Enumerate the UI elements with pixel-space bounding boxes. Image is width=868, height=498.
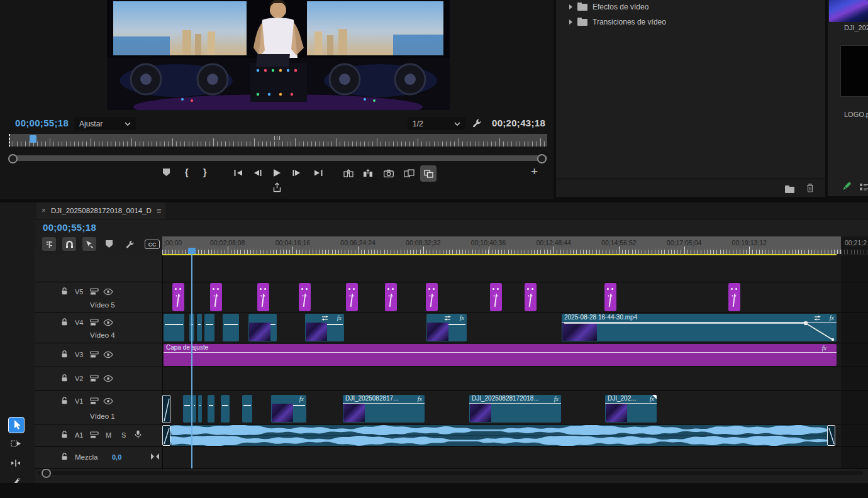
add-marker-button-timeline[interactable] (106, 240, 113, 248)
track-lock-icon[interactable] (60, 318, 69, 326)
video-clip-v1[interactable] (208, 395, 214, 423)
effects-folder-video-transitions[interactable]: Transiciones de vídeo (556, 15, 825, 29)
add-marker-button[interactable] (163, 169, 170, 176)
linked-selection-button[interactable] (82, 237, 96, 251)
track-visibility-eye-icon[interactable] (103, 289, 113, 295)
track-lock-icon[interactable] (60, 453, 69, 461)
play-button[interactable] (273, 169, 281, 177)
graphic-clip[interactable] (210, 283, 222, 311)
voiceover-mic-icon[interactable] (135, 430, 142, 439)
video-clip-v4[interactable]: fx (305, 314, 344, 341)
snap-button[interactable] (62, 237, 76, 251)
mark-out-button[interactable]: } (203, 167, 206, 177)
graphic-clip[interactable] (604, 283, 616, 311)
effects-folder-video-effects[interactable]: Efectos de vídeo (556, 0, 825, 14)
go-to-out-button[interactable] (314, 169, 323, 177)
video-clip-v1[interactable] (183, 395, 191, 423)
track-visibility-eye-icon[interactable] (103, 351, 113, 358)
graphic-clip[interactable] (385, 283, 397, 311)
collapse-icon[interactable] (151, 453, 159, 460)
video-clip-v4[interactable] (197, 314, 202, 341)
graphic-clip[interactable] (728, 283, 740, 311)
timeline-ruler[interactable]: ;00;0000;02;08;0800;04;16;1600;06;24;240… (162, 236, 868, 254)
source-patch-icon[interactable] (90, 431, 99, 438)
track-visibility-eye-icon[interactable] (103, 398, 113, 404)
delete-button[interactable] (806, 183, 814, 195)
export-button[interactable] (272, 182, 282, 192)
captions-button[interactable]: CC (145, 240, 160, 249)
multicam-view-button[interactable] (420, 165, 437, 182)
zoom-handle-left[interactable] (8, 154, 18, 163)
project-item-label[interactable]: LOGO.p (844, 111, 868, 118)
playback-resolution-dropdown[interactable]: 1/2 (408, 117, 465, 130)
nest-toggle-button[interactable] (42, 237, 56, 251)
video-clip-v1[interactable]: fx (271, 395, 306, 423)
video-clip-v1[interactable] (192, 395, 196, 423)
timeline-playhead-head[interactable] (188, 248, 196, 254)
video-clip-v4[interactable] (164, 314, 184, 341)
timeline-playhead-line[interactable] (191, 248, 192, 468)
video-clip-v1[interactable] (221, 395, 230, 423)
new-bin-button[interactable] (785, 184, 794, 196)
audio-fade-out-stub[interactable] (827, 425, 835, 446)
selection-tool[interactable] (8, 417, 25, 433)
track-lock-icon[interactable] (60, 287, 69, 296)
source-patch-icon[interactable] (90, 375, 99, 382)
mark-in-button[interactable]: { (185, 167, 188, 177)
chevron-right-icon[interactable] (569, 19, 572, 25)
step-back-button[interactable] (253, 169, 262, 177)
close-icon[interactable]: × (42, 206, 46, 215)
source-patch-icon[interactable] (90, 351, 99, 358)
project-item-thumbnail[interactable] (829, 0, 868, 22)
graphic-clip[interactable] (172, 283, 184, 311)
adjustment-layer-clip[interactable]: Capa de ajustefx (164, 344, 837, 366)
monitor-settings-wrench-icon[interactable] (472, 118, 482, 131)
zoom-grip-icon[interactable] (274, 136, 281, 140)
track-lock-icon[interactable] (60, 374, 69, 382)
audio-fade-in-stub[interactable] (162, 425, 170, 446)
program-playhead[interactable] (30, 135, 36, 143)
graphic-clip[interactable] (490, 283, 502, 311)
timeline-horizontal-scrollbar[interactable] (38, 471, 863, 475)
source-patch-icon[interactable] (90, 319, 99, 326)
list-view-button[interactable] (859, 182, 868, 194)
track-visibility-eye-icon[interactable] (103, 375, 113, 382)
master-volume-value[interactable]: 0,0 (112, 453, 121, 461)
track-select-forward-tool[interactable] (8, 436, 23, 451)
project-item-label[interactable]: DJI_202 (844, 24, 868, 31)
video-clip-v4[interactable]: fx (426, 314, 467, 341)
video-clip-v4[interactable] (248, 314, 277, 341)
panel-menu-icon[interactable]: ≡ (157, 206, 162, 216)
video-clip-v1[interactable]: DJI_20250828172018...fx (469, 395, 561, 423)
video-clip-v4[interactable] (204, 314, 214, 341)
video-clip-v1[interactable] (198, 395, 202, 423)
fit-dropdown[interactable]: Ajustar (74, 117, 136, 130)
edit-original-button[interactable] (842, 181, 852, 194)
lift-button[interactable] (343, 169, 353, 177)
timeline-current-timecode[interactable]: 00;00;55;18 (43, 222, 96, 233)
step-forward-button[interactable] (292, 169, 301, 177)
export-frame-button[interactable] (384, 169, 394, 177)
chevron-right-icon[interactable] (569, 4, 572, 9)
track-lock-icon[interactable] (60, 397, 69, 405)
graphic-clip[interactable] (257, 283, 269, 311)
source-patch-icon[interactable] (90, 288, 99, 295)
graphic-clip[interactable] (426, 283, 438, 311)
ripple-edit-tool[interactable] (8, 455, 23, 470)
timeline-settings-button[interactable] (125, 240, 135, 252)
video-clip-v4[interactable]: 2025-08-28 16-44-30.mp4fx (562, 314, 837, 341)
project-item-thumbnail[interactable] (840, 45, 868, 97)
timeline-tab[interactable]: × DJI_20250828172018_0014_D ≡ (36, 202, 165, 219)
trimmed-clip-stub[interactable] (162, 395, 170, 423)
video-clip-v4[interactable] (223, 314, 239, 341)
graphic-clip[interactable] (299, 283, 311, 311)
comparison-view-button[interactable] (404, 169, 415, 177)
program-zoom-scrollbar[interactable] (9, 155, 547, 161)
mute-button[interactable]: M (106, 431, 111, 439)
go-to-in-button[interactable] (234, 169, 243, 177)
solo-button[interactable]: S (121, 431, 126, 439)
source-patch-icon[interactable] (90, 397, 99, 404)
track-lock-icon[interactable] (60, 350, 69, 358)
video-clip-v1[interactable]: DJI_2025082817...fx (343, 395, 425, 423)
button-editor-plus-button[interactable]: + (531, 165, 538, 179)
